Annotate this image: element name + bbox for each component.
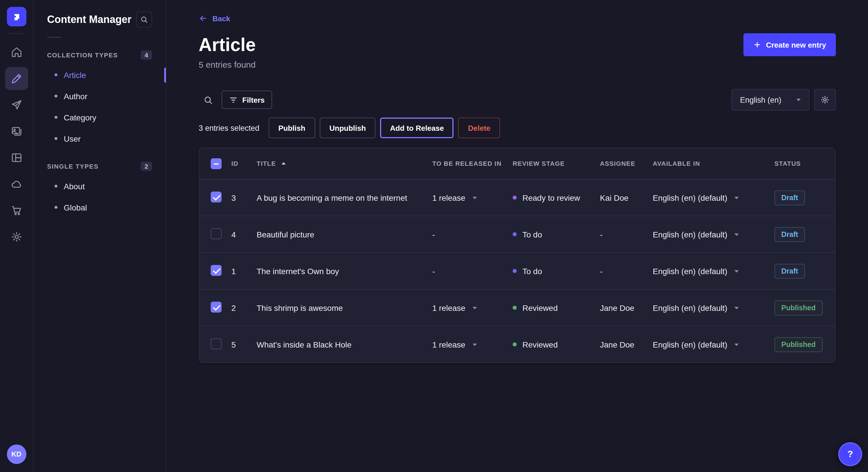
filter-icon [229, 96, 238, 104]
column-header-title[interactable]: TITLE [257, 160, 432, 167]
delete-button[interactable]: Delete [458, 117, 500, 138]
row-assignee: Jane Doe [600, 303, 653, 312]
filters-button[interactable]: Filters [222, 91, 272, 109]
row-release-dropdown[interactable]: 1 release [432, 303, 513, 312]
review-stage-dot [513, 196, 517, 200]
strapi-logo[interactable] [7, 7, 26, 26]
rail-item-content-manager[interactable] [5, 67, 28, 90]
sidebar-item-user[interactable]: User [47, 128, 152, 149]
locale-value: English (en) [740, 96, 781, 104]
pen-icon [11, 73, 22, 84]
bullet-icon [55, 185, 57, 188]
chevron-down-icon [471, 194, 478, 201]
row-id: 3 [231, 193, 257, 202]
release-value: - [432, 266, 435, 276]
rail-item-content-type-builder[interactable] [5, 146, 28, 169]
arrow-left-icon [198, 14, 208, 23]
app-root: KD Content Manager COLLECTION TYPES 4 Ar… [0, 0, 868, 472]
column-header-id[interactable]: ID [231, 160, 257, 167]
chevron-down-icon [733, 268, 740, 274]
avatar[interactable]: KD [7, 444, 26, 464]
bullet-icon [55, 206, 57, 209]
row-locale-dropdown[interactable]: English (en) (default) [653, 303, 774, 312]
row-checkbox[interactable] [211, 338, 222, 349]
sidebar-divider [47, 37, 61, 38]
sidebar-item-article[interactable]: Article [47, 64, 152, 86]
chevron-down-icon [795, 96, 802, 103]
sidebar-item-category[interactable]: Category [47, 107, 152, 128]
bullet-icon [55, 137, 57, 140]
row-id: 4 [231, 230, 257, 239]
filters-label: Filters [242, 96, 265, 104]
sidebar-item-about[interactable]: About [47, 175, 152, 197]
column-header-to-be-released-in: TO BE RELEASED IN [432, 160, 513, 167]
table-row[interactable]: 3 A bug is becoming a meme on the intern… [199, 179, 835, 216]
page-title: Article [198, 34, 256, 56]
view-settings-button[interactable] [814, 89, 836, 111]
row-locale-dropdown[interactable]: English (en) (default) [653, 340, 774, 349]
row-checkbox[interactable] [211, 191, 222, 202]
table-row[interactable]: 5 What's inside a Black Hole 1 release R… [199, 326, 835, 363]
table-row[interactable]: 1 The internet's Own boy - To do - Engli… [199, 252, 835, 289]
row-release-dropdown[interactable]: - [432, 266, 513, 276]
add-to-release-button[interactable]: Add to Release [380, 117, 454, 138]
table-row[interactable]: 2 This shrimp is awesome 1 release Revie… [199, 289, 835, 326]
section-label: COLLECTION TYPES [47, 52, 118, 59]
chevron-down-icon [733, 231, 740, 238]
select-all-checkbox[interactable] [211, 158, 222, 169]
sidebar-search-button[interactable] [136, 11, 152, 28]
rail-item-home[interactable] [5, 41, 28, 64]
table-body: 3 A bug is becoming a meme on the intern… [199, 179, 835, 363]
row-id: 2 [231, 303, 257, 312]
available-in-value: English (en) (default) [653, 303, 727, 312]
available-in-value: English (en) (default) [653, 193, 727, 202]
publish-button[interactable]: Publish [269, 117, 315, 138]
row-id: 1 [231, 266, 257, 276]
create-new-entry-label: Create new entry [766, 40, 826, 49]
review-stage-dot [513, 269, 517, 273]
rail-item-marketplace[interactable] [5, 199, 28, 222]
row-checkbox[interactable] [211, 228, 222, 239]
row-locale-dropdown[interactable]: English (en) (default) [653, 266, 774, 276]
row-release-dropdown[interactable]: 1 release [432, 340, 513, 349]
rail-item-cloud[interactable] [5, 173, 28, 196]
release-value: 1 release [432, 303, 465, 312]
row-release-dropdown[interactable]: 1 release [432, 193, 513, 202]
status-badge: Draft [774, 190, 805, 205]
back-link[interactable]: Back [198, 14, 230, 23]
sort-ascending-icon[interactable] [280, 160, 287, 167]
row-locale-dropdown[interactable]: English (en) (default) [653, 230, 774, 239]
search-icon [203, 95, 213, 105]
row-title: This shrimp is awesome [257, 303, 432, 312]
status-badge: Draft [774, 264, 805, 278]
search-button[interactable] [198, 91, 217, 109]
rail-item-media-library[interactable] [5, 120, 28, 143]
row-title: The internet's Own boy [257, 266, 432, 276]
bullet-icon [55, 116, 57, 119]
row-checkbox[interactable] [211, 301, 222, 312]
column-header-available-in: AVAILABLE IN [653, 160, 774, 167]
review-stage-label: To do [522, 230, 542, 239]
search-icon [140, 15, 148, 24]
create-new-entry-button[interactable]: Create new entry [743, 33, 836, 56]
sidebar-section: SINGLE TYPES 2 About Global [47, 162, 152, 218]
sidebar-item-author[interactable]: Author [47, 86, 152, 107]
rail-item-releases[interactable] [5, 94, 28, 116]
row-release-dropdown[interactable]: - [432, 230, 513, 239]
sidebar-item-global[interactable]: Global [47, 197, 152, 218]
row-checkbox[interactable] [211, 265, 222, 276]
rail-item-settings[interactable] [5, 225, 28, 248]
main-content: Back Article Create new entry 5 entries … [166, 0, 868, 472]
table-row[interactable]: 4 Beautiful picture - To do - English (e… [199, 216, 835, 252]
row-review-stage: Ready to review [513, 193, 600, 202]
row-locale-dropdown[interactable]: English (en) (default) [653, 193, 774, 202]
row-assignee: - [600, 266, 653, 276]
bullet-icon [55, 73, 57, 76]
help-button[interactable]: ? [838, 442, 862, 466]
release-value: - [432, 230, 435, 239]
sidebar-title: Content Manager [47, 13, 131, 26]
row-assignee: - [600, 230, 653, 239]
unpublish-button[interactable]: Unpublish [320, 117, 376, 138]
sidebar-item-list: About Global [47, 175, 152, 218]
locale-select[interactable]: English (en) [732, 89, 809, 111]
